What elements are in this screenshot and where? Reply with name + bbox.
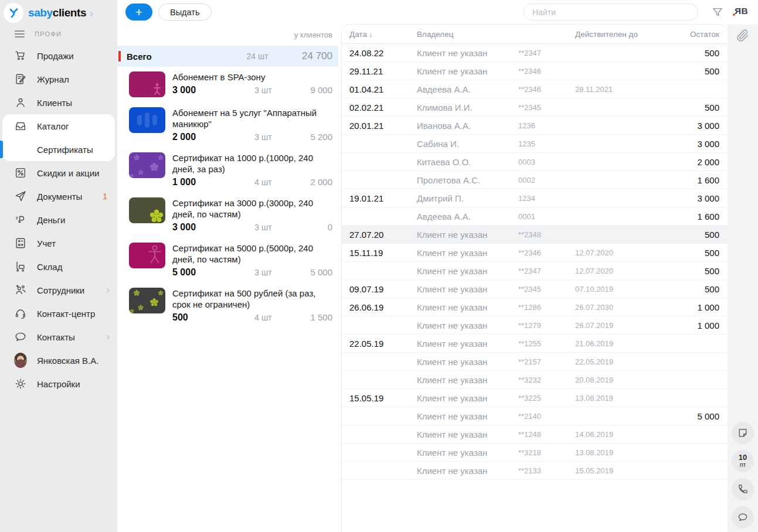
table-row[interactable]: 09.07.19 Клиент не указан **2345 07.10.2… xyxy=(342,280,728,298)
total-row[interactable]: Всего 24 шт 24 700 xyxy=(117,46,338,67)
table-row[interactable]: Клиент не указан **3232 20.08.2019 xyxy=(342,371,728,389)
client-icon xyxy=(14,96,27,109)
sidebar-item-discounts[interactable]: Скидки и акции xyxy=(0,161,117,185)
paperclip-icon[interactable] xyxy=(736,28,750,46)
sidebar-item-contacts[interactable]: Контакты › xyxy=(0,325,117,349)
table-row[interactable]: 22.05.19 Клиент не указан **1255 21.06.2… xyxy=(342,335,728,353)
app-logo[interactable]: sabyclients › xyxy=(0,0,117,26)
user-initials-badge[interactable]: ЯВ xyxy=(735,6,748,16)
certificate-price: 2 000 xyxy=(172,132,247,142)
certificate-card[interactable]: Сертификат на 500 рублей (за раз, срок н… xyxy=(129,288,332,323)
table-row[interactable]: 24.08.22 Клиент не указан **2347 500 xyxy=(342,44,728,62)
column-balance[interactable]: Остаток xyxy=(684,30,719,39)
table-row[interactable]: Китаева О.О. 0003 2 000 xyxy=(342,153,728,171)
cell-owner: Авдеева А.А. xyxy=(417,84,518,94)
table-row[interactable]: Авдеева А.А. 0001 1 600 xyxy=(342,207,728,226)
certificate-card[interactable]: Сертификат на 3000 р.(3000р, 240 дней, п… xyxy=(129,197,332,233)
sidebar-item-certificates[interactable]: Сертификаты xyxy=(2,138,115,161)
cell-owner: Клиент не указан xyxy=(417,357,518,367)
org-label[interactable]: ПРОФИ xyxy=(35,30,62,37)
notes-button[interactable] xyxy=(732,422,754,444)
table-row[interactable]: 29.11.21 Клиент не указан **2346 500 xyxy=(342,62,728,80)
cell-owner: Клиент не указан xyxy=(417,448,518,458)
topbar: + Выдать ЯВ xyxy=(117,0,758,25)
table-row[interactable]: Клиент не указан **2347 12.07.2020 500 xyxy=(342,262,728,280)
table-row[interactable]: Сабина И. 1235 3 000 xyxy=(342,135,728,153)
phone-button[interactable] xyxy=(732,478,754,500)
cell-owner: Иванова А.А. xyxy=(417,121,518,131)
table-row[interactable]: 19.01.21 Дмитрий П. 1234 3 000 xyxy=(342,189,728,207)
certificate-card[interactable]: Сертификат на 1000 р.(1000р, 240 дней, з… xyxy=(129,152,332,187)
sidebar-item-contact-center[interactable]: Контакт-центр xyxy=(0,302,117,325)
table-row[interactable]: Пролетова А.С. 0002 1 600 xyxy=(342,171,728,189)
certificate-count: 3 шт xyxy=(247,268,280,277)
table-row[interactable]: Клиент не указан **2140 5 000 xyxy=(342,407,728,425)
percent-icon xyxy=(14,166,27,179)
table-row[interactable]: Клиент не указан **3218 13.08.2019 xyxy=(342,444,728,462)
sidebar-item-staff[interactable]: Сотрудники › xyxy=(0,278,117,302)
certificate-amount: 5 000 xyxy=(280,267,332,277)
cell-valid-until: 26.07.2019 xyxy=(575,321,684,330)
table-row[interactable]: 02.02.21 Климова И.И. **2345 500 xyxy=(342,98,728,117)
table-row[interactable]: 01.04.21 Авдеева А.А. **2346 28.11.2021 xyxy=(342,80,728,98)
certificate-card[interactable]: Сертификат на 5000 р.(5000р, 240 дней, п… xyxy=(129,243,332,278)
cell-valid-until: 20.08.2019 xyxy=(575,376,684,384)
certificate-price: 3 000 xyxy=(172,222,247,233)
table-row[interactable]: 15.05.19 Клиент не указан **3225 13.08.2… xyxy=(342,389,728,407)
certificate-amount: 9 000 xyxy=(280,85,332,95)
column-date[interactable]: Дата↓ xyxy=(349,30,417,39)
table-row[interactable]: 15.11.19 Клиент не указан **2346 12.07.2… xyxy=(342,244,728,262)
sidebar-item-label: Скидки и акции xyxy=(37,168,99,178)
cart-icon xyxy=(14,49,27,62)
sidebar-item-sales[interactable]: Продажи xyxy=(0,44,117,67)
sidebar-item-accounting[interactable]: Учет xyxy=(0,231,117,255)
sidebar-item-warehouse[interactable]: Склад xyxy=(0,255,117,278)
table-row[interactable]: 27.07.20 Клиент не указан **2348 500 xyxy=(342,226,728,244)
menu-icon[interactable] xyxy=(15,29,25,39)
sidebar-item-settings[interactable]: Настройки xyxy=(0,372,117,395)
cell-number: **2133 xyxy=(518,466,575,475)
certificate-amount: 0 xyxy=(280,222,332,232)
certificate-title: Сертификат на 5000 р.(5000р, 240 дней, п… xyxy=(172,243,332,265)
certificate-card[interactable]: Абонемент на 5 услуг "Аппаратный маникюр… xyxy=(129,107,332,142)
cell-date: 29.11.21 xyxy=(349,66,417,76)
cell-valid-until: 13.08.2019 xyxy=(575,394,684,403)
cell-number: 1235 xyxy=(518,139,575,148)
add-button[interactable]: + xyxy=(125,4,152,21)
catalog-icon xyxy=(14,120,27,132)
sidebar-item-journal[interactable]: Журнал xyxy=(0,67,117,91)
calendar-button[interactable]: 10 пт xyxy=(732,450,754,472)
filter-funnel-icon[interactable] xyxy=(711,6,724,19)
notification-badge: 1 xyxy=(103,192,107,201)
cell-balance: 1 600 xyxy=(684,175,719,185)
certificate-price: 500 xyxy=(172,312,247,323)
sidebar-item-documents[interactable]: Документы 1 xyxy=(0,185,117,208)
column-owner[interactable]: Владелец xyxy=(417,30,518,39)
table-row[interactable]: Клиент не указан **2157 22.05.2019 xyxy=(342,353,728,371)
search-input[interactable] xyxy=(524,4,698,21)
total-amount: 24 700 xyxy=(274,50,332,62)
cell-owner: Клиент не указан xyxy=(417,48,518,58)
selected-indicator xyxy=(0,141,3,158)
money-icon xyxy=(14,213,27,226)
table-row[interactable]: Клиент не указан **2133 15.05.2019 xyxy=(342,462,728,480)
table-row[interactable]: Клиент не указан **1279 26.07.2019 1 000 xyxy=(342,316,728,335)
table-row[interactable]: 20.01.21 Иванова А.А. 1236 3 000 xyxy=(342,117,728,135)
sidebar-item-user[interactable]: Янковская В.А. xyxy=(0,349,117,372)
table-row[interactable]: Клиент не указан **1248 14.06.2019 xyxy=(342,425,728,444)
headset-icon xyxy=(14,307,27,320)
column-valid-until[interactable]: Действителен до xyxy=(575,30,684,39)
sidebar-item-catalog[interactable]: Каталог xyxy=(2,114,115,138)
table-header: Дата↓ Владелец Действителен до Остаток xyxy=(342,25,728,44)
chat-button[interactable] xyxy=(732,506,754,528)
sidebar-item-money[interactable]: Деньги xyxy=(0,208,117,231)
certificate-card[interactable]: Абонемент в SPA-зону 3 000 3 шт 9 000 xyxy=(129,71,332,97)
sidebar-item-clients[interactable]: Клиенты xyxy=(0,91,117,114)
issue-button[interactable]: Выдать xyxy=(158,4,212,21)
cell-owner: Сабина И. xyxy=(417,139,518,149)
cell-number: **2348 xyxy=(518,230,575,239)
table-row[interactable]: 26.06.19 Клиент не указан **1286 26.07.2… xyxy=(342,298,728,316)
certificate-thumbnail xyxy=(129,197,165,223)
cell-date: 20.01.21 xyxy=(349,121,417,131)
cell-number: **3225 xyxy=(518,394,575,403)
